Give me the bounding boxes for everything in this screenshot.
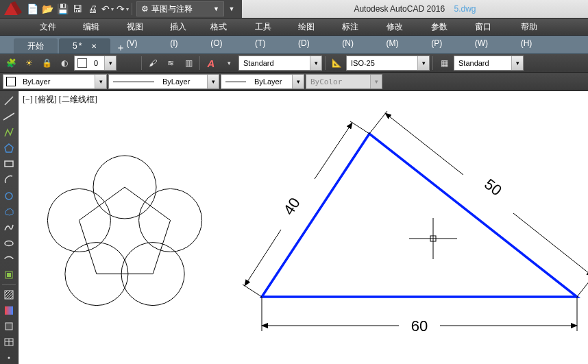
dim-40: 40 [280,195,304,218]
qat-more-icon[interactable]: ▼ [224,1,239,16]
svg-line-34 [243,284,262,297]
open-icon[interactable]: 📂 [40,1,55,16]
drawing-canvas[interactable]: [−] [俯视] [二维线框] [19,91,588,364]
tab-start[interactable]: 开始 [14,38,58,53]
menu-view[interactable]: 视图(V) [119,19,162,35]
menu-dim[interactable]: 标注(N) [334,19,378,35]
menu-edit[interactable]: 编辑(E) [75,19,119,35]
draw-toolbar: A [0,91,19,364]
svg-point-4 [5,193,12,199]
layer-state-icon[interactable]: 🧩 [3,55,19,71]
svg-line-35 [350,121,369,134]
svg-line-12 [8,293,13,299]
line-icon[interactable] [1,93,16,108]
menu-param[interactable]: 参数(P) [423,19,467,35]
polyline-icon[interactable] [1,125,16,139]
polygon-icon[interactable] [1,141,16,156]
color-combo[interactable]: ByLayer▾ [3,74,107,89]
new-icon[interactable]: 📄 [25,1,40,16]
quick-access-toolbar: 📄 📂 💾 🖫 🖨 ↶▾ ↷▾ ⚙ 草图与注释 ▼ ▼ Autodesk Aut… [0,0,588,19]
list-icon[interactable]: ▥ [180,55,197,71]
spline-icon[interactable] [1,220,16,234]
dim-50: 50 [481,175,505,199]
menu-modify[interactable]: 修改(M) [378,19,424,35]
text-style-combo[interactable]: Standard▾ [238,56,322,71]
menu-draw[interactable]: 绘图(D) [290,19,334,35]
tab-document[interactable]: 5* ✕ [59,38,110,53]
layer-combo[interactable]: 0 ▾ [74,56,117,71]
text-style-icon[interactable]: A [203,55,219,71]
lineweight-combo[interactable]: ByLayer▾ [221,74,304,89]
svg-line-9 [5,291,8,293]
revcloud-icon[interactable] [1,204,16,219]
menu-file[interactable]: 文件(F) [32,19,75,35]
svg-line-1 [3,113,14,120]
autocad-logo[interactable] [0,0,25,18]
model-space: 60 40 50 [19,91,588,364]
svg-marker-20 [79,187,170,274]
svg-marker-2 [5,144,13,152]
arc-icon[interactable] [1,173,16,187]
properties-toolbar-1: 🧩 ☀ 🔒 ◐ 0 ▾ 🖌 ≋ ▥ A ▾ Standard▾ 📐 ISO-25… [0,54,588,73]
ellipse-arc-icon[interactable] [1,252,16,267]
svg-point-19 [8,357,10,359]
plot-icon[interactable]: 🖨 [85,1,100,16]
saveas-icon[interactable]: 🖫 [70,1,85,16]
save-icon[interactable]: 💾 [55,1,70,16]
table-style-combo[interactable]: Standard▾ [454,56,524,71]
pentagon-circles-figure [47,156,201,306]
svg-rect-3 [5,161,13,167]
svg-line-37 [315,123,352,179]
layer-lock-icon[interactable]: 🔒 [38,55,55,71]
match-props-icon[interactable]: 🖌 [145,55,161,71]
workspace-dropdown[interactable]: ⚙ 草图与注释 ▼ [136,1,224,16]
svg-rect-14 [5,306,13,315]
region-icon[interactable] [1,319,16,333]
circle-icon[interactable] [1,189,16,203]
svg-line-41 [513,213,588,276]
layer-off-icon[interactable]: ◐ [56,55,73,71]
hatch-icon[interactable] [1,287,16,302]
ellipse-icon[interactable] [1,236,16,251]
add-tab-icon[interactable]: ＋ [114,41,127,53]
svg-marker-26 [262,134,577,297]
triangle-figure: 60 40 50 [243,111,588,335]
menu-insert[interactable]: 插入(I) [162,19,202,35]
file-name: 5.dwg [454,4,476,14]
table-style-icon[interactable]: ▦ [436,55,452,71]
app-name: Autodesk AutoCAD 2016 [354,4,445,14]
point-icon[interactable] [1,351,16,364]
table-icon[interactable] [1,335,16,350]
svg-line-13 [10,296,13,299]
xline-icon[interactable] [1,109,16,123]
cursor-crosshair [409,218,457,259]
svg-rect-7 [7,273,11,277]
gradient-icon[interactable] [1,303,16,317]
properties-toolbar-2: ByLayer▾ ByLayer▾ ByLayer▾ ByColor▾ [0,73,588,91]
dim-style-combo[interactable]: ISO-25▾ [346,56,430,71]
main-area: A [−] [俯视] [二维线框] [0,91,588,364]
document-tabs: 开始 5* ✕ ＋ [0,36,588,54]
menu-bar: 文件(F) 编辑(E) 视图(V) 插入(I) 格式(O) 工具(T) 绘图(D… [0,19,588,36]
svg-line-39 [577,274,588,297]
title-bar: Autodesk AutoCAD 2016 5.dwg [242,0,588,18]
layer-freeze-icon[interactable]: ☀ [21,55,37,71]
close-icon[interactable]: ✕ [91,43,97,50]
dim-60: 60 [411,317,428,335]
workspace-label: 草图与注释 [151,3,193,15]
svg-line-40 [385,113,463,175]
bylayer-icon[interactable]: ≋ [162,55,179,71]
svg-point-5 [5,241,13,246]
redo-icon[interactable]: ↷▾ [115,1,130,16]
menu-help[interactable]: 帮助(H) [513,19,556,35]
rectangle-icon[interactable] [1,157,16,171]
menu-window[interactable]: 窗口(W) [467,19,513,35]
text-style-dd-icon[interactable]: ▾ [221,55,237,71]
undo-icon[interactable]: ↶▾ [100,1,115,16]
plotstyle-combo: ByColor▾ [306,74,382,89]
linetype-combo[interactable]: ByLayer▾ [108,74,219,89]
menu-tools[interactable]: 工具(T) [247,19,290,35]
menu-format[interactable]: 格式(O) [202,19,247,35]
dim-style-icon[interactable]: 📐 [328,55,345,71]
block-icon[interactable] [1,268,16,282]
